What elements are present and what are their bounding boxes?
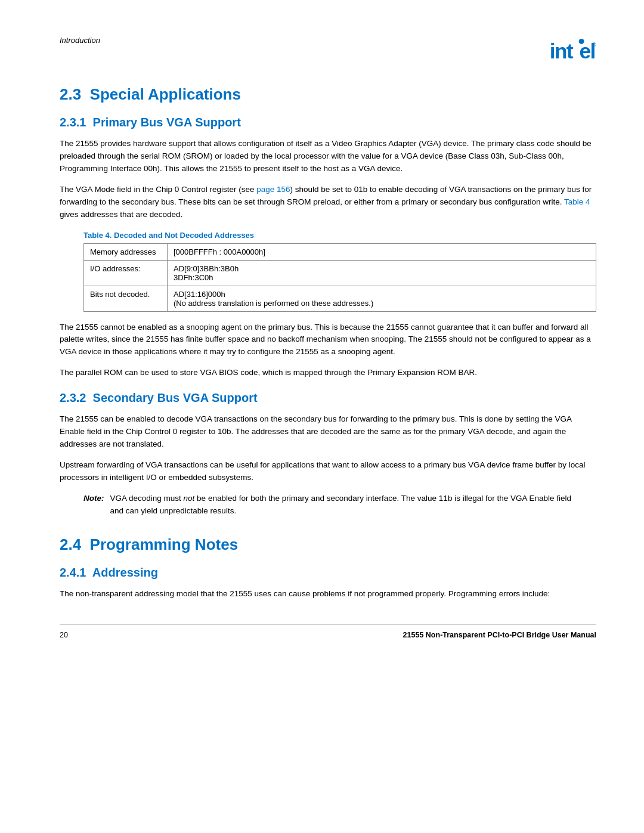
svg-text:®: ® — [592, 42, 596, 48]
document-title: 21555 Non-Transparent PCI-to-PCI Bridge … — [403, 631, 596, 639]
note-label: Note: — [83, 493, 104, 518]
page-footer: 20 21555 Non-Transparent PCI-to-PCI Brid… — [60, 624, 596, 639]
note-block: Note: VGA decoding must not be enabled f… — [83, 493, 572, 518]
note-text: VGA decoding must not be enabled for bot… — [110, 493, 573, 518]
section-2-4-title: 2.4 Programming Notes — [60, 535, 596, 554]
table-cell-bits-value: AD[31:16]000h(No address translation is … — [168, 286, 596, 311]
section-2-3-1-title: 2.3.1 Primary Bus VGA Support — [60, 116, 596, 129]
section-2-3-2-para1: The 21555 can be enabled to decode VGA t… — [60, 413, 596, 451]
section-2-3-1-para1: The 21555 provides hardware support that… — [60, 138, 596, 175]
table-row: I/O addresses: AD[9:0]3BBh:3B0h3DFh:3C0h — [84, 260, 596, 286]
table-cell-io-value: AD[9:0]3BBh:3B0h3DFh:3C0h — [168, 260, 596, 286]
decoded-addresses-table: Memory addresses [000BFFFFh : 000A0000h]… — [83, 243, 596, 312]
table-row: Bits not decoded. AD[31:16]000h(No addre… — [84, 286, 596, 311]
section-2-3-1-para2: The VGA Mode field in the Chip 0 Control… — [60, 184, 596, 221]
page-content: Introduction int el ® 2.3 Special Applic… — [0, 0, 644, 687]
section-2-3-2-title: 2.3.2 Secondary Bus VGA Support — [60, 391, 596, 405]
section-2-4-1-para1: The non-transparent addressing model tha… — [60, 588, 596, 600]
intel-logo-svg: int el ® — [549, 36, 596, 66]
section-2-4-1-title: 2.4.1 Addressing — [60, 566, 596, 580]
svg-text:int: int — [550, 39, 574, 63]
section-2-3-1-para4: The parallel ROM can be used to store VG… — [60, 367, 596, 379]
table-4-link[interactable]: Table 4 — [564, 197, 590, 206]
table-cell-memory-value: [000BFFFFh : 000A0000h] — [168, 243, 596, 260]
page-156-link[interactable]: page 156 — [256, 185, 290, 194]
intel-logo: int el ® — [549, 36, 596, 67]
section-2-3-title: 2.3 Special Applications — [60, 85, 596, 104]
page-header: Introduction int el ® — [60, 36, 596, 67]
page-number: 20 — [60, 631, 68, 639]
header-section-label: Introduction — [60, 36, 100, 45]
table-cell-io-label: I/O addresses: — [84, 260, 168, 286]
table-cell-memory-label: Memory addresses — [84, 243, 168, 260]
table-cell-bits-label: Bits not decoded. — [84, 286, 168, 311]
svg-point-2 — [579, 39, 584, 44]
section-2-3-2-para2: Upstream forwarding of VGA transactions … — [60, 459, 596, 484]
table-4-caption: Table 4. Decoded and Not Decoded Address… — [83, 231, 596, 240]
table-row: Memory addresses [000BFFFFh : 000A0000h] — [84, 243, 596, 260]
section-2-3-1-para3: The 21555 cannot be enabled as a snoopin… — [60, 321, 596, 359]
